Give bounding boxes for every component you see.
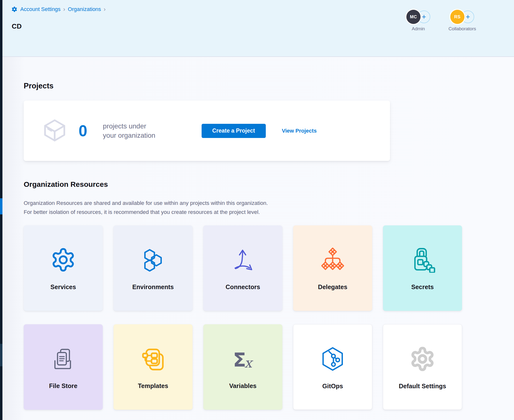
gear-icon	[11, 6, 18, 12]
breadcrumb-separator: ›	[63, 6, 65, 13]
resource-card-gitops[interactable]: GitOps	[293, 324, 372, 410]
resource-card-label: Delegates	[318, 284, 347, 291]
project-cube-icon	[42, 118, 67, 144]
svg-text:Σ: Σ	[233, 349, 246, 371]
resource-card-secrets[interactable]: Secrets	[383, 225, 462, 311]
resource-card-label: Default Settings	[399, 383, 446, 390]
resource-card-default-settings[interactable]: Default Settings	[383, 324, 462, 410]
variables-sigma-icon: Σ x	[230, 346, 256, 372]
collaborators-group: RS + Collaborators	[447, 10, 477, 32]
left-nav-active-indicator	[0, 198, 2, 214]
page-header: Account Settings › Organizations › CD MC…	[2, 0, 514, 57]
project-count-caption: projects under your organization	[103, 122, 167, 140]
resource-card-services[interactable]: Services	[24, 225, 103, 311]
resource-card-delegates[interactable]: Delegates	[293, 225, 372, 311]
projects-summary-card: 0 projects under your organization Creat…	[24, 101, 390, 161]
services-gear-icon	[50, 247, 76, 273]
resources-grid: Services Environments Connectors	[24, 225, 462, 410]
breadcrumb: Account Settings › Organizations ›	[11, 6, 106, 13]
connectors-arrows-icon	[230, 247, 256, 273]
file-store-documents-icon	[50, 346, 76, 372]
org-overview-screen: Account Settings › Organizations › CD MC…	[0, 0, 514, 420]
resources-description-line-1: Organization Resources are shared and av…	[24, 199, 268, 208]
resource-card-variables[interactable]: Σ x Variables	[203, 324, 282, 410]
gitops-branch-icon	[320, 346, 346, 372]
resource-card-label: Variables	[229, 382, 257, 389]
collaborator-avatar[interactable]: RS	[450, 10, 464, 24]
breadcrumb-organizations[interactable]: Organizations	[68, 6, 101, 12]
admin-label: Admin	[412, 26, 425, 32]
secrets-lock-icon	[410, 247, 435, 273]
resource-card-file-store[interactable]: File Store	[24, 324, 103, 410]
resource-card-label: Secrets	[411, 284, 434, 291]
breadcrumb-account-settings[interactable]: Account Settings	[20, 6, 61, 12]
resource-card-label: File Store	[49, 382, 77, 389]
resource-card-environments[interactable]: Environments	[113, 225, 193, 311]
create-project-button[interactable]: Create a Project	[202, 124, 266, 138]
templates-pages-icon	[140, 346, 166, 372]
default-settings-gear-icon	[410, 346, 435, 372]
resource-card-label: Connectors	[226, 284, 260, 291]
page-title: CD	[12, 22, 22, 30]
resources-heading: Organization Resources	[24, 180, 108, 189]
caption-line-1: projects under	[103, 122, 167, 131]
resources-description-line-2: For better isolation of resources, it is…	[24, 208, 268, 217]
resource-card-connectors[interactable]: Connectors	[203, 225, 282, 311]
resource-card-templates[interactable]: Templates	[113, 324, 193, 410]
resource-card-label: Services	[51, 284, 76, 291]
delegates-tree-icon	[320, 247, 346, 273]
resource-card-label: GitOps	[322, 383, 343, 390]
left-nav-rail[interactable]	[0, 0, 2, 420]
view-projects-link[interactable]: View Projects	[282, 128, 317, 134]
admin-group: MC + Admin	[403, 10, 433, 32]
left-nav-section-shade	[0, 344, 2, 366]
collaborators-label: Collaborators	[449, 26, 476, 32]
resource-card-label: Templates	[138, 382, 168, 389]
projects-heading: Projects	[24, 82, 53, 90]
resources-description: Organization Resources are shared and av…	[24, 199, 268, 217]
svg-text:x: x	[244, 355, 253, 371]
admin-avatar[interactable]: MC	[406, 10, 421, 24]
environments-hexagons-icon	[140, 247, 166, 273]
project-count: 0	[79, 123, 87, 139]
resource-card-label: Environments	[132, 284, 174, 291]
caption-line-2: your organization	[103, 131, 167, 140]
breadcrumb-separator: ›	[104, 6, 106, 13]
